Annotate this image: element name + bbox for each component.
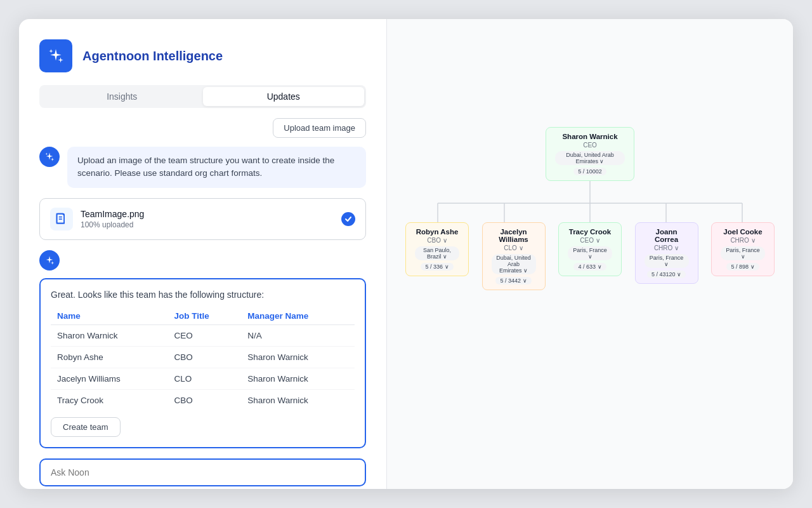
root-score: 5 / 10002 (573, 168, 606, 175)
root-title: CEO (555, 142, 625, 149)
team-structure-card: Great. Looks like this team has the foll… (39, 278, 366, 448)
child-name-2: Tracy Crook (568, 228, 612, 236)
root-name: Sharon Warnick (555, 133, 625, 140)
table-intro-text: Great. Looks like this team has the foll… (51, 290, 355, 300)
svg-rect-0 (57, 213, 65, 223)
cell-manager: Sharon Warnick (241, 389, 355, 411)
bot-avatar-2 (39, 250, 60, 271)
cell-manager: Sharon Warnick (241, 346, 355, 368)
file-icon-box (50, 208, 73, 231)
bot-icon-2 (44, 255, 55, 265)
org-child-2: Tracy Crook CEO ∨ Paris, France ∨ 4 / 63… (556, 222, 624, 290)
child-node-1: Jacelyn Williams CLO ∨ Dubai, United Ara… (482, 222, 546, 290)
cell-manager: N/A (241, 324, 355, 346)
file-icon (55, 213, 68, 225)
root-node-sharon: Sharon Warnick CEO Dubai, United Arab Em… (546, 127, 634, 181)
tab-bar: Insights Updates (39, 85, 366, 108)
child-score-1: 5 / 3442 ∨ (495, 277, 531, 284)
child-score-2: 4 / 633 ∨ (573, 263, 606, 271)
child-score-3: 5 / 43120 ∨ (647, 271, 686, 278)
org-child-0: Robyn Ashe CBO ∨ San Paulo, Brazil ∨ 5 /… (403, 222, 471, 290)
org-child-1: Jacelyn Williams CLO ∨ Dubai, United Ara… (480, 222, 548, 290)
table-row: Tracy CrookCBOSharon Warnick (51, 389, 355, 411)
cell-title: CBO (167, 346, 241, 368)
cell-manager: Sharon Warnick (241, 368, 355, 389)
child-title-3: CHRO ∨ (645, 244, 689, 251)
bot-icon-1 (44, 152, 55, 162)
app-title: Agentnoon Intelligence (82, 49, 223, 64)
left-panel: Agentnoon Intelligence Insights Updates … (19, 19, 387, 489)
org-children-row: Robyn Ashe CBO ∨ San Paulo, Brazil ∨ 5 /… (400, 222, 780, 290)
child-title-0: CBO ∨ (415, 237, 459, 244)
org-child-4: Joel Cooke CHRO ∨ Paris, France ∨ 5 / 89… (709, 222, 777, 290)
tab-updates[interactable]: Updates (203, 87, 365, 106)
table-body: Sharon WarnickCEON/ARobyn AsheCBOSharon … (51, 324, 355, 411)
app-logo (39, 39, 72, 72)
org-child-3: Joann Correa CHRO ∨ Paris, France ∨ 5 / … (632, 222, 701, 290)
child-title-1: CLO ∨ (492, 244, 536, 251)
chat-message-1: Upload an image of the team structure yo… (39, 147, 366, 188)
child-name-0: Robyn Ashe (415, 228, 459, 236)
child-title-2: CEO ∨ (568, 237, 612, 244)
app-header: Agentnoon Intelligence (39, 39, 366, 72)
upload-team-image-button[interactable]: Upload team image (273, 118, 366, 138)
child-title-4: CHRO ∨ (721, 237, 765, 244)
child-name-4: Joel Cooke (721, 228, 765, 236)
table-header: Name Job Title Manager Name (51, 307, 355, 325)
col-title: Job Title (167, 307, 241, 325)
child-location-1: Dubai, United Arab Emirates ∨ (492, 254, 536, 274)
org-root-node: Sharon Warnick CEO Dubai, United Arab Em… (546, 127, 634, 181)
cell-title: CBO (167, 389, 241, 411)
child-node-0: Robyn Ashe CBO ∨ San Paulo, Brazil ∨ 5 /… (405, 222, 469, 276)
checkmark-icon (344, 215, 352, 223)
col-name: Name (51, 307, 167, 325)
right-panel: Sharon Warnick CEO Dubai, United Arab Em… (387, 19, 793, 489)
child-name-3: Joann Correa (645, 228, 689, 243)
child-location-4: Paris, France ∨ (721, 246, 765, 260)
file-info: TeamImage.png 100% uploaded (81, 209, 334, 229)
child-node-4: Joel Cooke CHRO ∨ Paris, France ∨ 5 / 89… (711, 222, 775, 276)
tab-insights[interactable]: Insights (41, 87, 203, 106)
child-location-2: Paris, France ∨ (568, 246, 612, 260)
file-upload-card: TeamImage.png 100% uploaded (39, 198, 366, 240)
sparkle-icon (48, 48, 64, 64)
child-score-0: 5 / 336 ∨ (421, 263, 453, 271)
col-manager: Manager Name (241, 307, 355, 325)
ask-input-wrap[interactable] (39, 458, 366, 486)
chat-bubble-1: Upload an image of the team structure yo… (67, 147, 366, 188)
root-location: Dubai, United Arab Emirates ∨ (555, 151, 625, 165)
cell-name: Robyn Ashe (51, 346, 167, 368)
upload-btn-row: Upload team image (39, 118, 366, 138)
file-name: TeamImage.png (81, 209, 334, 219)
child-node-2: Tracy Crook CEO ∨ Paris, France ∨ 4 / 63… (558, 222, 622, 276)
child-name-1: Jacelyn Williams (492, 228, 536, 243)
upload-complete-icon (341, 212, 355, 226)
cell-name: Tracy Crook (51, 389, 167, 411)
table-row: Sharon WarnickCEON/A (51, 324, 355, 346)
child-location-3: Paris, France ∨ (645, 254, 689, 268)
table-row: Jacelyn WilliamsCLOSharon Warnick (51, 368, 355, 389)
table-row: Robyn AsheCBOSharon Warnick (51, 346, 355, 368)
cell-name: Sharon Warnick (51, 324, 167, 346)
cell-name: Jacelyn Williams (51, 368, 167, 389)
child-location-0: San Paulo, Brazil ∨ (415, 246, 459, 260)
team-table: Name Job Title Manager Name Sharon Warni… (51, 307, 355, 411)
bot-avatar-1 (39, 147, 60, 167)
child-node-3: Joann Correa CHRO ∨ Paris, France ∨ 5 / … (635, 222, 698, 284)
create-team-button[interactable]: Create team (51, 417, 121, 437)
child-score-4: 5 / 898 ∨ (726, 263, 759, 271)
org-chart: Sharon Warnick CEO Dubai, United Arab Em… (400, 121, 780, 387)
file-status: 100% uploaded (81, 220, 334, 229)
cell-title: CEO (167, 324, 241, 346)
ask-noon-input[interactable] (51, 467, 355, 478)
cell-title: CLO (167, 368, 241, 389)
